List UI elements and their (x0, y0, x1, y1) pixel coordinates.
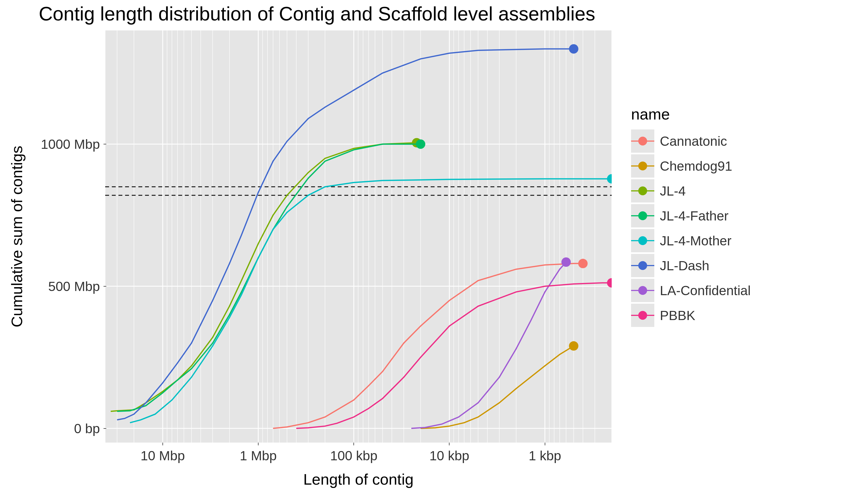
chart-title: Contig length distribution of Contig and… (39, 3, 595, 25)
plot-panel (105, 31, 612, 443)
series-endpoint-pbbk (607, 278, 612, 287)
legend-swatch (631, 229, 654, 252)
series-line-jl-4-mother (130, 179, 612, 423)
series-endpoint-cannatonic (578, 259, 588, 268)
legend-swatch (631, 254, 654, 277)
series-endpoint-jl-dash (569, 44, 579, 54)
legend-swatch (631, 129, 654, 153)
legend: name CannatonicChemdog91JL-4JL-4-FatherJ… (631, 105, 751, 328)
series-endpoint-chemdog91 (569, 341, 579, 351)
x-tick-label: 1 Mbp (240, 448, 277, 463)
legend-item: LA-Confidential (631, 278, 751, 303)
x-tick-label: 100 kbp (330, 448, 377, 463)
legend-label: LA-Confidential (660, 283, 751, 298)
legend-swatch (631, 204, 654, 228)
x-tick-label: 1 kbp (529, 448, 561, 463)
legend-item: JL-4 (631, 178, 751, 203)
series-line-jl-dash (117, 49, 574, 420)
legend-item: JL-Dash (631, 253, 751, 278)
legend-swatch (631, 304, 654, 327)
x-axis-label: Length of contig (303, 470, 414, 488)
legend-swatch (631, 179, 654, 202)
legend-item: JL-4-Mother (631, 228, 751, 253)
series-endpoint-jl-4-mother (607, 174, 612, 183)
legend-item: Chemdog91 (631, 154, 751, 178)
legend-label: JL-4-Mother (660, 233, 731, 248)
y-tick-label: 0 bp (28, 421, 100, 436)
series-layer (105, 31, 612, 443)
legend-swatch (631, 154, 654, 178)
x-tick-label: 10 Mbp (141, 448, 185, 463)
series-line-jl-4-father (117, 144, 421, 411)
legend-label: JL-Dash (660, 258, 709, 273)
x-tick-label: 10 kbp (429, 448, 469, 463)
legend-label: Chemdog91 (660, 159, 732, 174)
y-tick-label: 500 Mbp (28, 278, 100, 294)
y-axis-label: Cumulative sum of contigs (8, 146, 26, 327)
series-endpoint-la-confidential (561, 257, 571, 267)
legend-label: JL-4 (660, 183, 686, 199)
legend-item: PBBK (631, 303, 751, 328)
legend-item: JL-4-Father (631, 203, 751, 228)
y-tick-label: 1000 Mbp (28, 137, 100, 152)
legend-item: Cannatonic (631, 129, 751, 154)
legend-label: PBBK (660, 308, 695, 323)
series-line-jl-4 (111, 143, 417, 411)
series-endpoint-jl-4-father (416, 140, 425, 149)
series-line-chemdog91 (421, 346, 574, 429)
legend-title: name (631, 105, 751, 123)
legend-label: JL-4-Father (660, 208, 728, 223)
legend-label: Cannatonic (660, 133, 727, 149)
legend-swatch (631, 279, 654, 302)
